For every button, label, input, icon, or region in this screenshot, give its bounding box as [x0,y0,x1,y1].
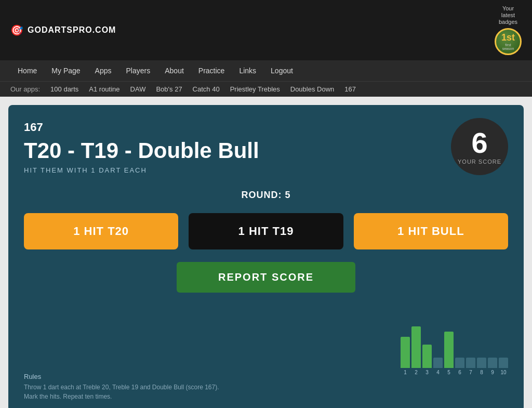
nav-logout[interactable]: Logout [263,60,300,81]
chart-bar-fill-6 [455,358,464,368]
chart-bar-fill-10 [499,358,508,368]
round-label: ROUND: 5 [24,190,508,201]
logo-text: GODARTSPRO.COM [28,25,116,35]
sub-nav: Our apps: 100 darts A1 routine DAW Bob's… [0,81,532,97]
chart-bar-fill-5 [444,332,454,368]
badge-circle: 1st firstseason [495,28,522,55]
nav-players[interactable]: Players [119,60,158,81]
report-row: REPORT SCORE [24,262,508,293]
badge-rank: 1st [501,32,515,43]
chart-bar-4: 4 [433,358,443,375]
chart-bar-fill-2 [411,326,421,368]
main-nav: Home My Page Apps Players About Practice… [0,60,532,81]
badge-sub: firstseason [502,43,514,50]
chart-bar-5: 5 [444,332,454,375]
chart-bar-1: 1 [401,337,410,375]
chart-bar-fill-7 [466,358,475,368]
rules-text: Throw 1 dart each at Treble 20, Treble 1… [24,383,219,401]
chart-x-label-8: 8 [480,370,483,375]
chart-bar-fill-4 [433,358,443,368]
chart-bar-8: 8 [477,358,486,375]
main-content: 167 T20 - T19 - Double Bull HIT THEM WIT… [0,97,532,408]
chart-bar-fill-9 [488,358,497,368]
logo: 🎯 GODARTSPRO.COM [10,24,116,36]
nav-my-page[interactable]: My Page [44,60,87,81]
nav-home[interactable]: Home [10,60,44,81]
hit-bull-button[interactable]: 1 HIT BULL [354,213,508,249]
hit-t20-button[interactable]: 1 HIT T20 [24,213,178,249]
sub-nav-a1-routine[interactable]: A1 routine [85,84,124,94]
sub-nav-doubles-down[interactable]: Doubles Down [286,84,339,94]
nav-apps[interactable]: Apps [88,60,119,81]
sub-nav-daw[interactable]: DAW [126,84,150,94]
chart-bar-6: 6 [455,358,464,375]
chart-x-label-5: 5 [447,370,450,375]
game-card: 167 T20 - T19 - Double Bull HIT THEM WIT… [8,105,524,408]
chart-x-label-7: 7 [469,370,472,375]
game-title: T20 - T19 - Double Bull [24,138,508,163]
logo-icon: 🎯 [10,24,23,36]
score-circle: 6 YOUR SCORE [451,118,508,175]
score-label: YOUR SCORE [458,159,501,165]
chart-x-label-9: 9 [491,370,494,375]
chart-area: 12345678910 [401,326,508,375]
chart-bar-fill-3 [422,345,432,368]
chart-bar-9: 9 [488,358,497,375]
chart-bar-fill-8 [477,358,486,368]
chart-x-label-2: 2 [415,370,418,375]
badges-label: Yourlatestbadges [499,5,517,26]
rules-title: Rules [24,373,219,380]
chart-x-label-10: 10 [500,370,506,375]
header: 🎯 GODARTSPRO.COM Yourlatestbadges 1st fi… [0,0,532,60]
hit-buttons-row: 1 HIT T20 1 HIT T19 1 HIT BULL [24,213,508,249]
chart-bar-fill-1 [401,337,410,368]
game-subtitle: HIT THEM WITH 1 DART EACH [24,166,508,174]
chart-bar-3: 3 [422,345,432,375]
score-number: 6 [471,128,487,157]
sub-nav-bobs-27[interactable]: Bob's 27 [152,84,186,94]
rules-area: Rules Throw 1 dart each at Treble 20, Tr… [24,373,219,401]
chart-x-label-6: 6 [458,370,461,375]
sub-nav-priestley-trebles[interactable]: Priestley Trebles [226,84,284,94]
sub-nav-100-darts[interactable]: 100 darts [46,84,83,94]
nav-about[interactable]: About [157,60,191,81]
nav-links[interactable]: Links [232,60,263,81]
chart-x-label-3: 3 [425,370,429,375]
report-score-button[interactable]: REPORT SCORE [177,262,355,293]
badges-area: Yourlatestbadges 1st firstseason [495,5,522,55]
chart-bar-10: 10 [499,358,508,375]
chart-x-label-1: 1 [404,370,407,375]
nav-practice[interactable]: Practice [191,60,232,81]
game-label: 167 [24,121,508,134]
chart-bar-2: 2 [411,326,421,375]
hit-t19-button[interactable]: 1 HIT T19 [189,213,343,249]
sub-nav-catch-40[interactable]: Catch 40 [189,84,224,94]
chart-bar-7: 7 [466,358,475,375]
sub-nav-label: Our apps: [10,85,40,93]
sub-nav-167[interactable]: 167 [340,84,360,94]
chart-x-label-4: 4 [436,370,440,375]
